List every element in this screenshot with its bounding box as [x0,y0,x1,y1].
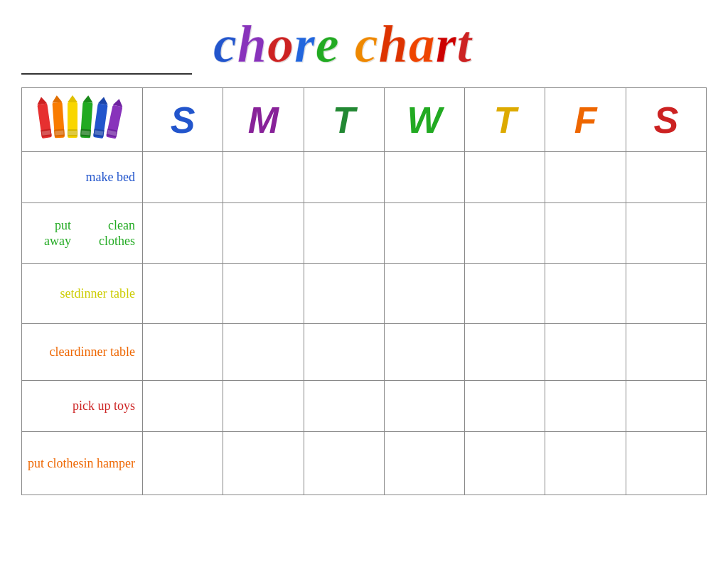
chore-cell-0-0[interactable] [143,152,223,205]
chore-label-2: setdinner table [22,264,143,324]
chore-cell-3-1[interactable] [223,324,304,380]
label-column: make bedput awayclean clothessetdinner t… [22,88,143,495]
chore-cell-2-1[interactable] [223,264,304,323]
crayon-header [22,88,143,152]
chore-label-4: pick up toys [22,381,143,432]
chore-cell-4-1[interactable] [223,381,304,434]
chore-cell-1-3[interactable] [385,203,465,263]
chore-cell-3-4[interactable] [465,324,545,380]
chore-cell-4-4[interactable] [465,381,545,434]
chore-row-3 [143,324,706,381]
days-grid: SMTWTFS [143,88,706,495]
svg-marker-5 [51,95,62,103]
chore-cell-5-0[interactable] [143,432,223,495]
chore-cell-0-4[interactable] [465,152,545,205]
chore-cell-0-3[interactable] [385,152,465,205]
title-area: chorechart [213,14,471,75]
chore-cell-2-6[interactable] [626,264,706,323]
chore-cell-5-1[interactable] [223,432,304,495]
chore-cell-4-6[interactable] [626,381,706,434]
chore-row-2 [143,264,706,324]
name-line[interactable] [21,49,192,75]
day-header-0: S [143,88,223,151]
chore-table: make bedput awayclean clothessetdinner t… [21,87,707,495]
chore-cell-5-3[interactable] [385,432,465,495]
days-header-row: SMTWTFS [143,88,706,152]
chore-cell-5-4[interactable] [465,432,545,495]
chore-cell-0-1[interactable] [223,152,304,205]
chore-cell-3-2[interactable] [304,324,385,380]
chore-cell-1-1[interactable] [223,203,304,263]
chore-row-0 [143,152,706,203]
chore-cell-3-0[interactable] [143,324,223,380]
chore-cell-0-5[interactable] [545,152,626,205]
chore-cell-5-2[interactable] [304,432,385,495]
chore-cell-2-5[interactable] [545,264,626,323]
chore-label-1: put awayclean clothes [22,203,143,264]
chore-labels: make bedput awayclean clothessetdinner t… [22,152,143,495]
chore-cell-2-4[interactable] [465,264,545,323]
svg-rect-15 [81,130,90,135]
day-header-3: W [385,88,465,151]
crayons-icon [36,95,129,145]
chore-cell-2-0[interactable] [143,264,223,323]
svg-marker-13 [82,95,93,103]
chore-cell-1-6[interactable] [626,203,706,263]
chore-cell-5-6[interactable] [626,432,706,495]
chore-row-1 [143,203,706,264]
chore-cell-0-6[interactable] [626,152,706,205]
svg-marker-17 [97,96,108,104]
day-header-4: T [465,88,545,151]
chore-cell-4-0[interactable] [143,381,223,434]
chore-label-0: make bed [22,152,143,203]
chore-cell-1-4[interactable] [465,203,545,263]
chore-label-3: cleardinner table [22,324,143,381]
chore-cell-1-2[interactable] [304,203,385,263]
chore-row-4 [143,381,706,432]
chore-label-5: put clothesin hamper [22,432,143,495]
svg-rect-11 [68,131,77,135]
chore-rows [143,152,706,495]
day-header-2: T [304,88,385,151]
chore-cell-4-5[interactable] [545,381,626,434]
chore-cell-0-2[interactable] [304,152,385,205]
chore-cell-4-2[interactable] [304,381,385,434]
chore-cell-3-5[interactable] [545,324,626,380]
svg-rect-7 [55,130,63,135]
page-title: chorechart [213,14,471,75]
svg-marker-1 [36,96,47,104]
chore-cell-2-3[interactable] [385,264,465,323]
chore-cell-5-5[interactable] [545,432,626,495]
chore-cell-1-0[interactable] [143,203,223,263]
chore-cell-2-2[interactable] [304,264,385,323]
svg-marker-9 [68,95,77,102]
day-header-5: F [545,88,626,151]
chore-cell-3-6[interactable] [626,324,706,380]
day-header-1: M [223,88,304,151]
page-header: chorechart [21,14,707,75]
chore-cell-1-5[interactable] [545,203,626,263]
chore-cell-4-3[interactable] [385,381,465,434]
chore-row-5 [143,432,706,495]
day-header-6: S [626,88,706,151]
chore-cell-3-3[interactable] [385,324,465,380]
